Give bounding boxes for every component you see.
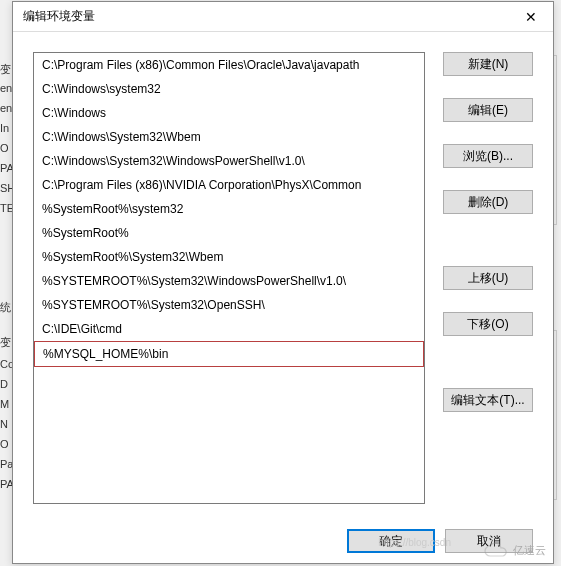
list-item[interactable]: %SystemRoot% <box>34 221 424 245</box>
edit-env-dialog: 编辑环境变量 ✕ C:\Program Files (x86)\Common F… <box>12 1 554 564</box>
bg-label: 统 <box>0 300 11 315</box>
new-button[interactable]: 新建(N) <box>443 52 533 76</box>
list-item[interactable]: C:\Program Files (x86)\NVIDIA Corporatio… <box>34 173 424 197</box>
button-column: 新建(N) 编辑(E) 浏览(B)... 删除(D) 上移(U) 下移(O) 编… <box>443 52 533 504</box>
list-item[interactable]: C:\Windows\System32\WindowsPowerShell\v1… <box>34 149 424 173</box>
move-up-button[interactable]: 上移(U) <box>443 266 533 290</box>
list-item[interactable]: C:\Windows\system32 <box>34 77 424 101</box>
titlebar: 编辑环境变量 ✕ <box>13 2 553 32</box>
watermark-text: 亿速云 <box>513 543 546 558</box>
delete-button[interactable]: 删除(D) <box>443 190 533 214</box>
list-item[interactable]: C:\Windows <box>34 101 424 125</box>
move-up-label: 上移(U) <box>468 270 509 287</box>
edit-text-label: 编辑文本(T)... <box>451 392 524 409</box>
cloud-icon <box>483 542 509 558</box>
bg-label: N <box>0 418 8 430</box>
dialog-content: C:\Program Files (x86)\Common Files\Orac… <box>13 32 553 514</box>
move-down-button[interactable]: 下移(O) <box>443 312 533 336</box>
list-item[interactable]: %SYSTEMROOT%\System32\WindowsPowerShell\… <box>34 269 424 293</box>
bg-label: en <box>0 102 12 114</box>
path-list[interactable]: C:\Program Files (x86)\Common Files\Orac… <box>33 52 425 504</box>
new-button-label: 新建(N) <box>468 56 509 73</box>
close-button[interactable]: ✕ <box>508 2 553 32</box>
bg-label: en <box>0 82 12 94</box>
edit-button[interactable]: 编辑(E) <box>443 98 533 122</box>
list-item-selected[interactable]: %MYSQL_HOME%\bin <box>34 341 424 367</box>
close-icon: ✕ <box>525 9 537 25</box>
list-item[interactable]: %SystemRoot%\system32 <box>34 197 424 221</box>
list-item[interactable]: %SystemRoot%\System32\Wbem <box>34 245 424 269</box>
bg-label: In <box>0 122 9 134</box>
move-down-label: 下移(O) <box>467 316 508 333</box>
watermark-overlay: https://blog.csdn <box>378 537 451 548</box>
bg-label: O <box>0 142 9 154</box>
list-item[interactable]: C:\IDE\Git\cmd <box>34 317 424 341</box>
browse-button-label: 浏览(B)... <box>463 148 513 165</box>
edit-button-label: 编辑(E) <box>468 102 508 119</box>
list-item[interactable]: C:\Windows\System32\Wbem <box>34 125 424 149</box>
delete-button-label: 删除(D) <box>468 194 509 211</box>
dialog-title: 编辑环境变量 <box>23 8 508 25</box>
bg-label: D <box>0 378 8 390</box>
list-item[interactable]: C:\Program Files (x86)\Common Files\Orac… <box>34 53 424 77</box>
browse-button[interactable]: 浏览(B)... <box>443 144 533 168</box>
bg-label: 变 <box>0 62 11 77</box>
list-item[interactable]: %SYSTEMROOT%\System32\OpenSSH\ <box>34 293 424 317</box>
edit-text-button[interactable]: 编辑文本(T)... <box>443 388 533 412</box>
watermark: 亿速云 <box>483 542 546 558</box>
bg-label: O <box>0 438 9 450</box>
bg-label: M <box>0 398 9 410</box>
bg-label: 变 <box>0 335 11 350</box>
